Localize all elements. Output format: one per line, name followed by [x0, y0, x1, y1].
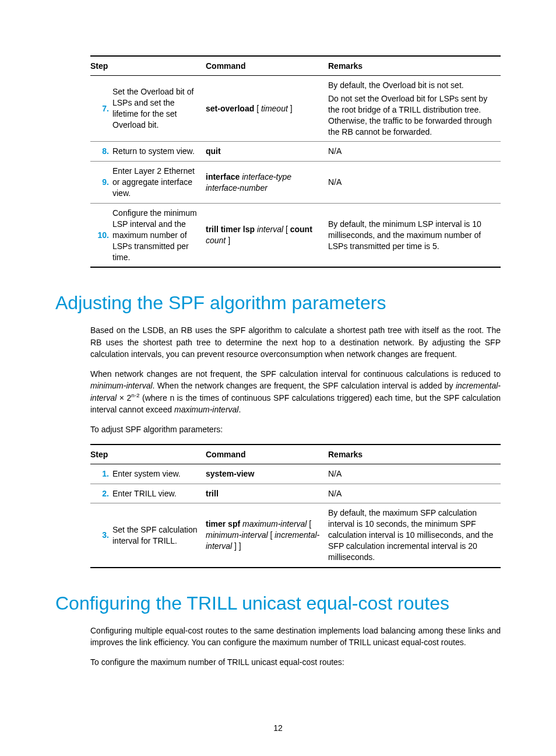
- th-remarks: Remarks: [328, 56, 501, 76]
- paragraph: Configuring multiple equal-cost routes t…: [90, 625, 501, 649]
- remarks-line: N/A: [328, 146, 497, 157]
- cmd-token: [: [307, 519, 311, 528]
- remarks-line: N/A: [328, 177, 497, 188]
- paragraph: To configure the maximum number of TRILL…: [90, 656, 501, 668]
- page-number: 12: [0, 723, 556, 733]
- th-command: Command: [206, 444, 328, 464]
- th-step: Step: [90, 56, 206, 76]
- table-row: 10.Configure the minimum LSP interval an…: [90, 204, 501, 268]
- text-superscript: n-2: [131, 392, 139, 398]
- cmd-token: [: [283, 225, 290, 234]
- step-description: Enter TRILL view.: [112, 484, 206, 503]
- cmd-token: timer spf: [206, 519, 240, 528]
- step-description: Return to system view.: [112, 142, 206, 162]
- step-number: 3.: [90, 503, 112, 568]
- paragraph: To adjust SPF algorithm parameters:: [90, 424, 501, 435]
- text: .: [238, 405, 241, 414]
- document-page: Step Command Remarks 7.Set the Overload …: [0, 0, 556, 756]
- step-command: quit: [206, 142, 328, 162]
- cmd-token: minimum-interval: [206, 530, 268, 540]
- step-command: timer spf maximum-interval [ minimum-int…: [206, 503, 328, 568]
- cmd-token: system-view: [206, 469, 254, 478]
- cmd-token: timeout: [261, 104, 288, 113]
- step-remarks: By default, the Overload bit is not set.…: [328, 76, 501, 142]
- remarks-line: N/A: [328, 488, 497, 499]
- th-command: Command: [206, 56, 328, 76]
- cmd-token: ]: [226, 236, 230, 245]
- text: (where n is the times of continuous SPF …: [90, 393, 501, 414]
- heading-spf-algorithm: Adjusting the SPF algorithm parameters: [55, 292, 501, 314]
- remarks-line: By default, the Overload bit is not set.: [328, 80, 497, 91]
- cmd-token: interval: [255, 225, 283, 234]
- step-description: Enter Layer 2 Ethernet or aggregate inte…: [112, 162, 206, 204]
- cmd-token: [: [254, 104, 261, 113]
- cmd-token: trill timer lsp: [206, 225, 255, 234]
- table-row: 1.Enter system view.system-viewN/A: [90, 464, 501, 484]
- step-command: set-overload [ timeout ]: [206, 76, 328, 142]
- text-italic: maximum-interval: [174, 405, 238, 414]
- step-description: Set the Overload bit of LSPs and set the…: [112, 76, 206, 142]
- step-command: interface interface-type interface-numbe…: [206, 162, 328, 204]
- step-number: 8.: [90, 142, 112, 162]
- step-number: 9.: [90, 162, 112, 204]
- cmd-token: count: [206, 236, 226, 245]
- cmd-token: quit: [206, 146, 221, 156]
- step-number: 7.: [90, 76, 112, 142]
- step-description: Configure the minimum LSP interval and t…: [112, 204, 206, 268]
- table-row: 3.Set the SPF calculation interval for T…: [90, 503, 501, 568]
- step-command: system-view: [206, 464, 328, 484]
- step-remarks: By default, the minimum LSP interval is …: [328, 204, 501, 268]
- cmd-token: set-overload: [206, 104, 254, 113]
- paragraph: When network changes are not frequent, t…: [90, 368, 501, 415]
- text: When network changes are not frequent, t…: [90, 369, 501, 379]
- table-header-row: Step Command Remarks: [90, 56, 501, 76]
- remarks-line: Do not set the Overload bit for LSPs sen…: [328, 93, 497, 138]
- table-row: 7.Set the Overload bit of LSPs and set t…: [90, 76, 501, 142]
- remarks-line: N/A: [328, 468, 497, 480]
- th-remarks: Remarks: [328, 444, 501, 464]
- remarks-line: By default, the maximum SFP calculation …: [328, 508, 497, 562]
- text-italic: minimum-interval: [90, 381, 153, 390]
- step-remarks: By default, the maximum SFP calculation …: [328, 503, 501, 568]
- heading-trill-unicast: Configuring the TRILL unicast equal-cost…: [55, 593, 501, 614]
- step-command: trill timer lsp interval [ count count ]: [206, 204, 328, 268]
- cmd-token: count: [290, 225, 312, 234]
- step-remarks: N/A: [328, 484, 501, 503]
- step-table-2: Step Command Remarks 1.Enter system view…: [90, 444, 501, 568]
- cmd-token: ]: [288, 104, 293, 113]
- step-remarks: N/A: [328, 464, 501, 484]
- cmd-token: interface: [206, 172, 240, 181]
- text: . When the network changes are frequent,…: [153, 381, 456, 390]
- remarks-line: By default, the minimum LSP interval is …: [328, 219, 497, 252]
- step-remarks: N/A: [328, 162, 501, 204]
- step-table-1: Step Command Remarks 7.Set the Overload …: [90, 55, 501, 268]
- cmd-token: [: [268, 530, 275, 540]
- step-description: Enter system view.: [112, 464, 206, 484]
- cmd-token: maximum-interval: [240, 519, 307, 528]
- step-number: 1.: [90, 464, 112, 484]
- cmd-token: ] ]: [232, 541, 241, 551]
- table-row: 2.Enter TRILL view.trillN/A: [90, 484, 501, 503]
- table-row: 9.Enter Layer 2 Ethernet or aggregate in…: [90, 162, 501, 204]
- step-number: 2.: [90, 484, 112, 503]
- table-row: 8.Return to system view.quitN/A: [90, 142, 501, 162]
- step-remarks: N/A: [328, 142, 501, 162]
- paragraph: Based on the LSDB, an RB uses the SPF al…: [90, 324, 501, 360]
- table-header-row: Step Command Remarks: [90, 444, 501, 464]
- step-command: trill: [206, 484, 328, 503]
- cmd-token: trill: [206, 489, 219, 498]
- step-number: 10.: [90, 204, 112, 268]
- th-step: Step: [90, 444, 206, 464]
- text: × 2: [117, 393, 131, 402]
- step-description: Set the SPF calculation interval for TRI…: [112, 503, 206, 568]
